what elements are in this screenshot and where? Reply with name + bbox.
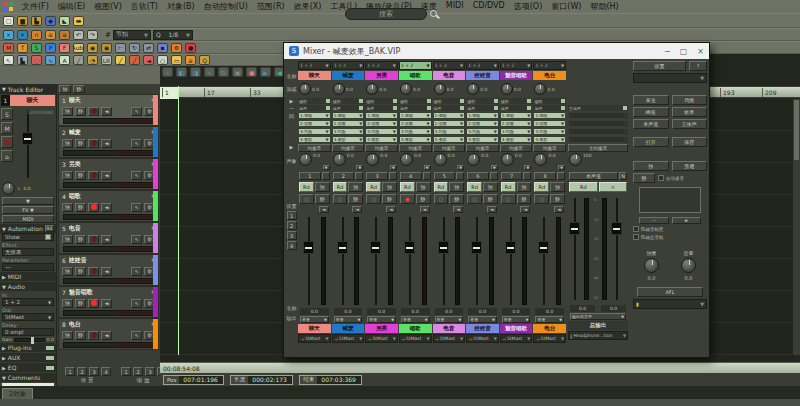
swap-icon[interactable]: ⇄ <box>143 43 154 53</box>
settings-gear-icon[interactable]: ⚙ <box>171 43 182 53</box>
channel-output-select[interactable]: →StMast▼ <box>332 334 365 343</box>
fx-slot-4[interactable]: 4:激励▼ <box>399 136 432 143</box>
menu-item[interactable]: 窗口(W) <box>551 1 581 12</box>
audio-section-header[interactable]: ▼Audio <box>0 282 56 291</box>
plugin-row[interactable]: 插件 <box>466 105 499 111</box>
track-volume-bar[interactable] <box>63 118 154 124</box>
fx-slot-3[interactable]: 3:均衡▼ <box>433 128 466 135</box>
channel-name[interactable]: 电音 <box>433 71 466 80</box>
speaker-icon[interactable]: ◄ <box>453 206 463 213</box>
eq-button[interactable]: 均衡器 <box>365 144 398 152</box>
plugin-row[interactable]: 插件 <box>533 105 566 111</box>
channel-name-bottom[interactable]: 聊天 <box>298 324 331 333</box>
pan-knob[interactable] <box>2 182 15 195</box>
track-solo-button[interactable]: 独 <box>62 331 73 340</box>
track-automation-button[interactable]: ∿ <box>131 235 142 244</box>
menu-item[interactable]: 帮助(H) <box>590 1 618 12</box>
automation-section-header[interactable]: ▼AutomationRd <box>0 224 56 233</box>
track-row-name[interactable]: 唱歌 <box>69 192 81 201</box>
zoom-snapshot-button[interactable]: 2 <box>133 367 143 376</box>
channel-number[interactable]: 6 <box>467 172 489 180</box>
range-start-icon[interactable]: ◧ <box>176 67 187 77</box>
channel-output-select[interactable]: →StMast▼ <box>399 334 432 343</box>
plugin-row[interactable]: 插件 <box>433 105 466 111</box>
fx-slot-2[interactable]: 2:压限▼ <box>298 120 331 127</box>
rd-button[interactable]: Rd <box>400 182 415 192</box>
automation-rd-button[interactable]: Rd <box>45 225 54 232</box>
channel-link-button[interactable] <box>322 172 330 180</box>
track-record-button[interactable] <box>88 171 99 180</box>
track-record-button[interactable] <box>88 107 99 116</box>
fx-slot-2[interactable]: 2:压限▼ <box>332 120 365 127</box>
automation-mode-select[interactable]: 音量▼ <box>468 316 497 323</box>
speaker-icon[interactable]: ◄ <box>420 206 430 213</box>
midi-button[interactable]: MIDI <box>2 215 54 223</box>
channel-solo-button[interactable]: 独 <box>449 182 464 192</box>
auto-crossfade-icon[interactable]: ◣ <box>59 16 70 26</box>
master-record-mode-select[interactable]: 输出前文件▼ <box>570 313 626 320</box>
clip-icon[interactable]: ▭ <box>171 55 182 65</box>
rd-button[interactable]: Rd <box>434 182 449 192</box>
menu-item[interactable]: 文件(F) <box>22 1 49 12</box>
fx-slot-3[interactable]: 3:均衡▼ <box>399 128 432 135</box>
volume-fader[interactable]: 120102040 <box>13 108 55 180</box>
channel-record-button[interactable]: ○ <box>534 194 549 204</box>
fx-slot-3[interactable]: 3:均衡▼ <box>500 128 533 135</box>
channel-solo-button[interactable]: 独 <box>483 182 498 192</box>
track-row-name[interactable]: 魅音唱歌 <box>69 288 93 297</box>
master-faders[interactable]: 01020304060 <box>568 194 628 304</box>
mixer-help-button[interactable]: ? <box>689 61 707 71</box>
maximize-button[interactable]: ▢ <box>680 47 688 56</box>
fx-slot-2[interactable]: 2:压限▼ <box>433 120 466 127</box>
object-edit-icon[interactable]: ⊢ <box>115 43 126 53</box>
channel-output-select[interactable]: →StMast▼ <box>533 334 566 343</box>
track-solo-button[interactable]: 独 <box>62 171 73 180</box>
channel-solo-button[interactable]: 独 <box>348 182 363 192</box>
track-record-button[interactable] <box>88 203 99 212</box>
track-volume-bar[interactable] <box>63 278 154 284</box>
snap-grid-icon[interactable]: # <box>105 31 111 39</box>
eq-panel-button[interactable]: 均衡 <box>672 95 708 105</box>
track-record-button[interactable] <box>88 235 99 244</box>
track-row-name[interactable]: 另类 <box>69 160 81 169</box>
plugin-row[interactable]: 插件 <box>298 105 331 111</box>
automation-mode-select[interactable]: 音量▼ <box>535 316 564 323</box>
track-row[interactable]: 5 电音 ▼ 独 静 ◄ ∿ ⚙ <box>58 222 159 254</box>
play-range-icon[interactable]: » <box>204 67 215 77</box>
hide-master-checkbox[interactable] <box>633 234 639 240</box>
plugin-row[interactable]: 插件 <box>399 105 432 111</box>
channel-input-select[interactable]: 1 + 2▼ <box>433 61 466 70</box>
lasso-tool-icon[interactable]: ◌ <box>31 55 42 65</box>
channel-record-button[interactable]: ● <box>400 194 415 204</box>
menu-item[interactable]: 视图(V) <box>94 1 122 12</box>
track-record-button[interactable] <box>88 267 99 276</box>
channel-input-select[interactable]: 1 + 2▼ <box>298 61 331 70</box>
channel-name-bottom[interactable]: 电台 <box>533 324 566 333</box>
master-plugin-row[interactable]: 主插件 <box>568 105 628 111</box>
solo-button[interactable]: S <box>1 108 13 120</box>
fx-slot-4[interactable]: 4:激励▼ <box>500 136 533 143</box>
pan-mode-icon[interactable]: ▼ <box>457 165 464 170</box>
track-volume-bar[interactable] <box>63 342 154 348</box>
gain-knob[interactable] <box>366 83 378 95</box>
gain-knob[interactable] <box>434 83 446 95</box>
track-record-button[interactable] <box>88 139 99 148</box>
aux-row[interactable]: 辅助 <box>365 98 398 104</box>
channel-link-button[interactable] <box>490 172 498 180</box>
track-volume-bar[interactable] <box>63 246 154 252</box>
range-end-icon[interactable]: ◨ <box>190 67 201 77</box>
fx-slot-1[interactable]: 1:混响▼ <box>500 112 533 119</box>
pencil-yellow-icon[interactable]: ╱ <box>115 55 126 65</box>
eq-button[interactable]: 均衡器 <box>332 144 365 152</box>
cursor-tool-icon[interactable]: ↖ <box>3 55 14 65</box>
track-solo-button[interactable]: 独 <box>62 267 73 276</box>
channel-record-button[interactable]: ○ <box>366 194 381 204</box>
channel-fader[interactable] <box>500 215 533 307</box>
channel-input-select[interactable]: 1 + 2▼ <box>365 61 398 70</box>
save-icon[interactable]: ◆ <box>45 16 56 26</box>
fx-slot-1[interactable]: 1:混响▼ <box>365 112 398 119</box>
speaker-icon[interactable]: ◄ <box>554 206 564 213</box>
fade-mode-icon[interactable]: F <box>59 43 70 53</box>
aux-row[interactable]: 辅助 <box>399 98 432 104</box>
fx-slot-3[interactable]: 3:均衡▼ <box>365 128 398 135</box>
